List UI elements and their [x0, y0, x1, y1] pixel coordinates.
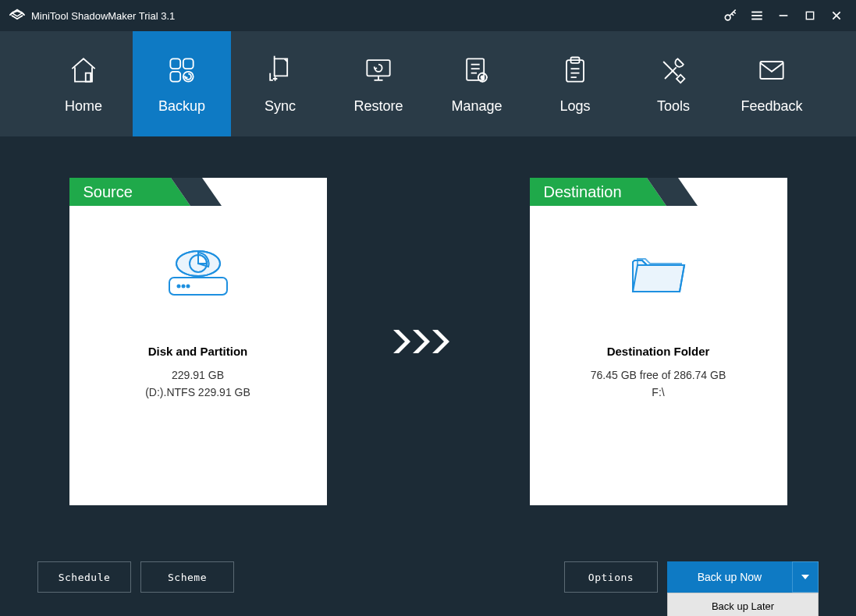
svg-point-21 [481, 76, 485, 79]
svg-rect-13 [367, 60, 389, 76]
svg-point-39 [186, 285, 189, 287]
logs-icon [558, 53, 592, 87]
svg-point-38 [182, 285, 184, 287]
minimize-button[interactable] [770, 0, 797, 31]
backup-later-item[interactable]: Back up Later [668, 593, 818, 616]
nav-feedback[interactable]: Feedback [723, 31, 821, 136]
nav-sync[interactable]: Sync [231, 31, 329, 136]
close-button[interactable] [823, 0, 850, 31]
svg-rect-9 [170, 58, 180, 69]
menu-icon[interactable] [744, 0, 770, 31]
destination-card[interactable]: Destination Destination Folder 76.45 GB … [530, 178, 787, 505]
svg-marker-43 [393, 330, 410, 353]
nav-label: Sync [265, 98, 296, 115]
feedback-icon [755, 53, 789, 87]
app-title: MiniTool ShadowMaker Trial 3.1 [31, 10, 175, 22]
nav-label: Tools [657, 98, 690, 115]
backup-dropdown-toggle[interactable] [792, 561, 819, 593]
sync-icon [263, 53, 297, 87]
nav-label: Logs [559, 98, 590, 115]
home-icon [66, 53, 101, 87]
svg-rect-8 [86, 73, 91, 82]
main-nav: Home Backup Sync Restore [0, 31, 856, 136]
svg-rect-32 [677, 75, 684, 83]
source-header: Source [69, 178, 327, 206]
destination-free: 76.45 GB free of 286.74 GB [591, 369, 726, 381]
svg-rect-33 [760, 62, 783, 79]
svg-point-37 [177, 285, 179, 287]
nav-backup[interactable]: Backup [133, 31, 231, 136]
backup-dropdown: Back up Later [667, 593, 819, 616]
titlebar: MiniTool ShadowMaker Trial 3.1 [0, 0, 856, 31]
schedule-button[interactable]: Schedule [37, 561, 131, 593]
source-size: 229.91 GB [172, 369, 224, 381]
nav-home[interactable]: Home [34, 31, 133, 136]
nav-label: Manage [451, 98, 502, 115]
disk-icon [163, 248, 233, 306]
nav-manage[interactable]: Manage [428, 31, 526, 136]
source-detail: (D:).NTFS 229.91 GB [145, 386, 250, 398]
destination-path: F:\ [652, 386, 664, 398]
arrow-icon [389, 326, 467, 357]
svg-rect-11 [170, 72, 180, 82]
source-card[interactable]: Source Disk and Partition 229.91 GB (D:)… [69, 178, 327, 505]
nav-restore[interactable]: Restore [329, 31, 428, 136]
nav-logs[interactable]: Logs [526, 31, 624, 136]
options-button[interactable]: Options [564, 561, 658, 593]
nav-label: Backup [158, 98, 205, 115]
source-title: Disk and Partition [148, 345, 248, 358]
backup-now-button[interactable]: Back up Now [667, 561, 792, 593]
restore-icon [361, 53, 396, 87]
tools-icon [656, 53, 691, 87]
backup-icon [165, 53, 199, 87]
nav-tools[interactable]: Tools [624, 31, 723, 136]
nav-label: Feedback [741, 98, 802, 115]
bottom-bar: Schedule Scheme Options Back up Now Back… [0, 546, 856, 616]
nav-label: Home [65, 98, 102, 115]
nav-label: Restore [353, 98, 403, 115]
manage-icon [460, 53, 494, 87]
svg-marker-48 [801, 575, 809, 579]
scheme-button[interactable]: Scheme [140, 561, 234, 593]
destination-header: Destination [530, 178, 787, 206]
destination-title: Destination Folder [607, 345, 710, 358]
maximize-button[interactable] [797, 0, 823, 31]
svg-marker-44 [413, 330, 430, 353]
key-icon[interactable] [717, 0, 744, 31]
folder-icon [623, 248, 694, 306]
backup-content: Source Disk and Partition 229.91 GB (D:)… [0, 136, 856, 546]
svg-rect-10 [183, 58, 194, 69]
app-logo-icon [9, 8, 25, 23]
svg-marker-45 [432, 330, 449, 353]
svg-point-0 [725, 15, 730, 20]
svg-rect-5 [806, 12, 813, 19]
